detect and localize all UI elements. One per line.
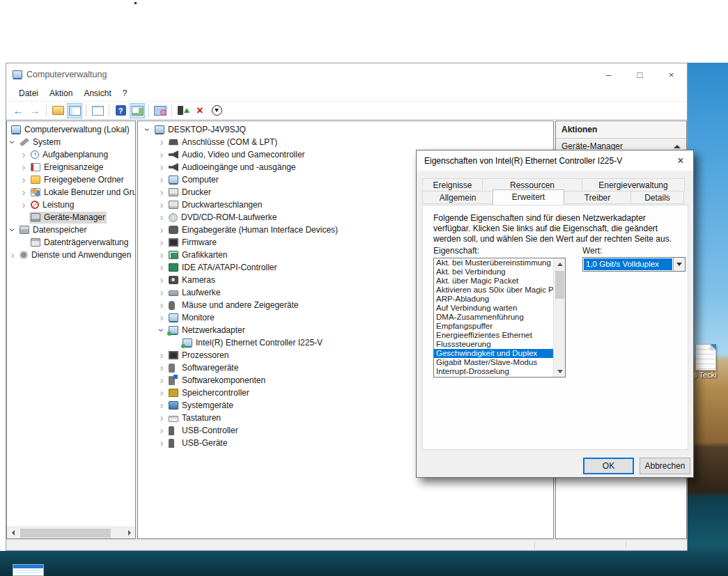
tree-item[interactable]: Geräte-Manager [7, 211, 135, 224]
tree-item[interactable]: Leistung [7, 199, 135, 211]
tree-item[interactable]: System [7, 136, 135, 148]
forward-button[interactable]: → [27, 103, 42, 118]
minimize-button[interactable]: – [593, 63, 624, 86]
chevron-icon[interactable] [156, 299, 167, 311]
desktop-document-icon[interactable] [695, 344, 716, 371]
property-list-item[interactable]: Flusssteuerung [434, 340, 553, 349]
chevron-icon[interactable] [156, 174, 167, 186]
toolbar-separator[interactable] [46, 104, 47, 117]
chevron-icon[interactable] [156, 249, 167, 261]
tree-item[interactable]: Computerverwaltung (Lokal) [7, 123, 135, 136]
chevron-icon[interactable] [156, 187, 167, 199]
chevron-icon[interactable] [156, 375, 167, 387]
remote-connection-button[interactable] [153, 103, 168, 118]
uninstall-device-button[interactable]: × [192, 103, 208, 118]
maximize-button[interactable]: □ [624, 63, 656, 86]
show-console-tree-button[interactable] [67, 103, 82, 118]
export-list-button[interactable] [50, 103, 65, 118]
help-button[interactable]: ? [113, 103, 128, 118]
back-button[interactable]: ← [10, 103, 26, 118]
chevron-icon[interactable] [18, 187, 29, 199]
tree-item[interactable]: Anschlüsse (COM & LPT) [138, 136, 553, 148]
vertical-scrollbar[interactable] [553, 258, 565, 377]
chevron-icon[interactable] [156, 212, 167, 224]
chevron-icon[interactable] [156, 325, 167, 336]
chevron-icon[interactable] [18, 174, 29, 186]
ok-button[interactable]: OK [583, 458, 634, 474]
tree-item[interactable]: Datenspeicher [7, 224, 135, 236]
chevron-icon[interactable] [18, 162, 29, 173]
chevron-icon[interactable] [156, 262, 167, 274]
scrollbar-thumb[interactable] [20, 529, 111, 538]
toolbar-separator[interactable] [109, 104, 109, 117]
taskbar-thumbnail-popup[interactable] [13, 564, 44, 576]
tab[interactable]: Allgemein [422, 191, 493, 204]
chevron-icon[interactable] [156, 437, 167, 449]
chevron-icon[interactable] [156, 137, 167, 148]
menu-item[interactable]: ? [117, 88, 133, 98]
chevron-icon[interactable] [156, 350, 167, 361]
dialog-close-icon[interactable]: × [668, 150, 693, 171]
chevron-icon[interactable] [156, 274, 167, 286]
chevron-icon[interactable] [7, 137, 18, 148]
show-action-pane-button[interactable] [130, 103, 145, 118]
property-list-item[interactable]: Gigabit Master/Slave-Modus [434, 358, 553, 367]
property-list-item[interactable]: Akt. bei Verbindung [434, 267, 553, 277]
tree-item[interactable]: Dienste und Anwendungen [7, 249, 135, 261]
toolbar-separator[interactable] [171, 104, 172, 117]
update-driver-button[interactable] [176, 103, 191, 118]
chevron-icon[interactable] [156, 287, 167, 299]
tree-item[interactable]: Freigegebene Ordner [7, 173, 135, 186]
menu-item[interactable]: Datei [13, 88, 44, 98]
chevron-icon[interactable] [18, 149, 29, 161]
tree-item[interactable]: Lokale Benutzer und Gruppen [7, 186, 135, 199]
value-dropdown[interactable]: 1,0 Gbit/s Vollduplex [582, 257, 686, 272]
property-list-item[interactable]: Empfangspuffer [434, 322, 553, 331]
chevron-icon[interactable] [156, 237, 167, 249]
chevron-icon[interactable] [156, 162, 167, 173]
menu-item[interactable]: Aktion [44, 88, 78, 98]
scrollbar-thumb[interactable] [555, 271, 564, 299]
chevron-icon[interactable] [7, 249, 18, 261]
chevron-icon[interactable] [156, 149, 167, 161]
tab[interactable]: Energieverwaltung [582, 178, 685, 192]
window-titlebar[interactable]: Computerverwaltung – □ × [6, 63, 687, 86]
property-list-item[interactable]: Auf Verbindung warten [434, 304, 553, 313]
chevron-icon[interactable] [156, 362, 167, 374]
tree-item[interactable]: DESKTOP-J4V9SJQ [138, 123, 553, 136]
property-list-item[interactable]: Aktivieren aus S0ix über Magic Packet [434, 286, 553, 295]
chevron-icon[interactable] [156, 312, 167, 324]
toolbar-separator[interactable] [86, 104, 86, 117]
property-list-item[interactable]: ARP-Abladung [434, 295, 553, 304]
scroll-down-icon[interactable] [554, 366, 566, 377]
chevron-icon[interactable] [156, 387, 167, 399]
disable-device-button[interactable] [209, 103, 224, 118]
scroll-left-icon[interactable] [7, 527, 19, 539]
tab[interactable]: Ereignisse [422, 178, 483, 192]
chevron-icon[interactable] [156, 412, 167, 424]
tree-item[interactable]: Datenträgerverwaltung [7, 236, 135, 249]
collapse-caret-icon[interactable] [674, 145, 681, 148]
tab[interactable]: Details [630, 191, 684, 204]
dropdown-arrow-icon[interactable] [673, 258, 685, 271]
chevron-icon[interactable] [142, 124, 153, 136]
menu-item[interactable]: Ansicht [78, 88, 116, 98]
chevron-icon[interactable] [18, 199, 29, 211]
property-list-item[interactable]: Interrupt-Drosselung [434, 367, 553, 376]
tree-item[interactable]: Aufgabenplanung [7, 148, 135, 161]
property-list-item[interactable]: Geschwindigkeit und Duplex [434, 349, 553, 358]
tree-item[interactable]: Ereignisanzeige [7, 161, 135, 173]
cancel-button[interactable]: Abbrechen [640, 458, 690, 474]
tab[interactable]: Treiber [564, 191, 631, 204]
property-listbox[interactable]: Akt. bei Musterübereinstimmung Akt. bei … [433, 258, 566, 377]
chevron-icon[interactable] [7, 224, 18, 236]
dialog-titlebar[interactable]: Eigenschaften von Intel(R) Ethernet Cont… [417, 150, 693, 171]
toolbar-separator[interactable] [148, 104, 149, 117]
properties-button[interactable] [90, 103, 105, 118]
chevron-icon[interactable] [156, 199, 167, 211]
property-list-item[interactable]: Akt. über Magic Packet [434, 277, 553, 286]
property-list-item[interactable]: Energieeffizientes Ethernet [434, 331, 553, 340]
property-list-item[interactable]: DMA-Zusammenführung [434, 313, 553, 322]
chevron-icon[interactable] [156, 425, 167, 437]
tab[interactable]: Erweitert [493, 189, 564, 205]
